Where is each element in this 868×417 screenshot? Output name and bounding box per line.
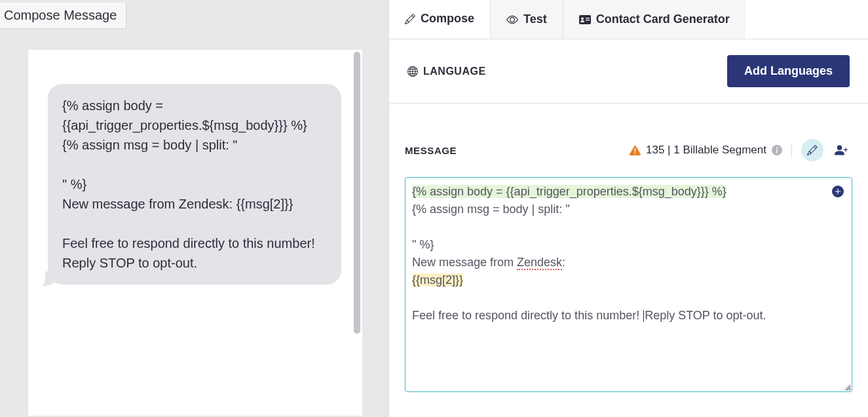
editor-line-4: " %} <box>412 238 434 251</box>
edit-message-button[interactable] <box>801 139 823 161</box>
message-header: MESSAGE 135 | 1 Billable Segment <box>405 139 852 161</box>
tab-compose[interactable]: Compose <box>389 0 491 39</box>
preview-scrollbar[interactable] <box>354 52 360 334</box>
message-label: MESSAGE <box>405 145 457 156</box>
compose-message-title: Compose Message <box>0 3 126 29</box>
sms-preview-bubble: {% assign body = {{api_trigger_propertie… <box>48 84 341 285</box>
language-label: LANGUAGE <box>407 66 486 77</box>
svg-rect-2 <box>586 18 590 18</box>
tabs-bar: Compose Test Contact Card Generator <box>389 0 868 39</box>
editor-content: {% assign body = {{api_trigger_propertie… <box>412 183 845 325</box>
info-icon[interactable] <box>772 145 782 155</box>
sms-preview-container: {% assign body = {{api_trigger_propertie… <box>28 49 363 416</box>
preview-panel: Compose Message {% assign body = {{api_t… <box>0 0 388 417</box>
person-plus-icon <box>835 144 848 157</box>
separator <box>791 143 792 157</box>
message-editor[interactable]: {% assign body = {{api_trigger_propertie… <box>405 177 852 392</box>
editor-line-8-post: Reply STOP to opt-out. <box>645 309 766 322</box>
editor-panel: Compose Test Contact Card Generator LANG… <box>388 0 868 417</box>
eye-icon <box>506 14 518 26</box>
tab-contact-card[interactable]: Contact Card Generator <box>563 0 745 39</box>
tab-test-label: Test <box>523 12 547 26</box>
editor-line-2: {% assign msg = body | split: " <box>412 203 570 216</box>
warning-icon <box>630 145 641 156</box>
message-meta: 135 | 1 Billable Segment <box>630 139 852 161</box>
svg-point-1 <box>581 17 584 20</box>
pencil-icon <box>807 145 818 155</box>
editor-line-5-post: : <box>562 256 565 269</box>
language-label-text: LANGUAGE <box>423 66 486 77</box>
add-person-button[interactable] <box>830 139 852 161</box>
globe-icon <box>407 66 418 77</box>
language-row: LANGUAGE Add Languages <box>389 39 868 104</box>
sms-preview-text: {% assign body = {{api_trigger_propertie… <box>62 98 318 270</box>
svg-rect-3 <box>586 20 590 20</box>
tab-contact-card-label: Contact Card Generator <box>596 12 730 26</box>
billable-segment-info: 135 | 1 Billable Segment <box>630 144 782 157</box>
editor-line-5-pre: New message from <box>412 256 517 269</box>
editor-line-6: {{msg[2]}} <box>412 273 463 287</box>
compose-message-title-label: Compose Message <box>4 8 117 22</box>
tab-compose-label: Compose <box>421 12 474 26</box>
billable-segment-text: 135 | 1 Billable Segment <box>646 144 766 157</box>
tab-test[interactable]: Test <box>491 0 563 39</box>
editor-line-1: {% assign body = {{api_trigger_propertie… <box>412 185 726 198</box>
add-languages-button-label: Add Languages <box>744 64 833 77</box>
resize-handle[interactable] <box>844 384 850 390</box>
pencil-icon <box>405 14 415 24</box>
editor-line-5-mid: Zendesk <box>517 256 562 270</box>
message-section: MESSAGE 135 | 1 Billable Segment {% <box>389 104 868 392</box>
id-card-icon <box>579 14 591 25</box>
editor-line-8-pre: Feel free to respond directly to this nu… <box>412 309 643 322</box>
add-languages-button[interactable]: Add Languages <box>727 55 850 87</box>
plus-circle-icon[interactable] <box>832 186 844 197</box>
